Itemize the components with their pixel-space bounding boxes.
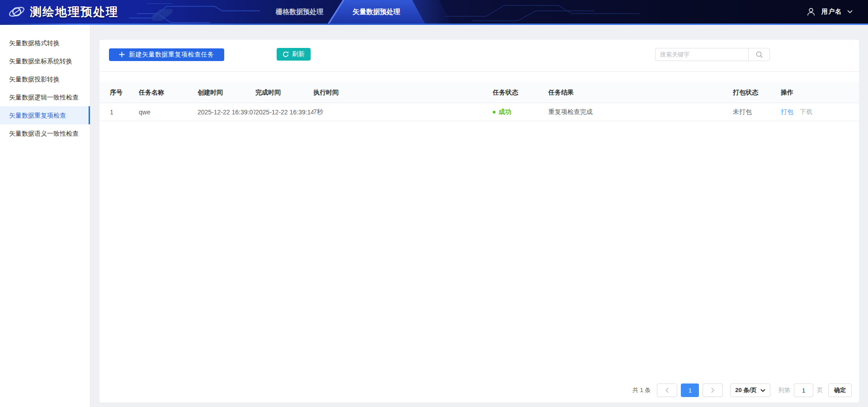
cell-task-status: 成功 <box>493 108 548 116</box>
sidebar-item-logic-consistency-check[interactable]: 矢量数据逻辑一致性检查 <box>0 88 90 106</box>
success-dot-icon <box>493 111 495 114</box>
cell-exec-time: 7秒 <box>313 108 493 116</box>
user-icon <box>806 7 816 17</box>
caret-down-icon <box>760 389 765 392</box>
confirm-button[interactable]: 确定 <box>828 383 852 397</box>
sidebar: 矢量数据格式转换 矢量数据坐标系统转换 矢量数据投影转换 矢量数据逻辑一致性检查… <box>0 25 90 407</box>
circuit-decoration-right <box>445 0 640 24</box>
page-size-label: 20 条/页 <box>735 386 757 394</box>
tab-vector-preprocess[interactable]: 矢量数据预处理 <box>328 0 425 24</box>
content-card: 新建矢量数据重复项检查任务 刷新 <box>99 40 859 402</box>
user-menu[interactable]: 用户名 <box>806 0 853 24</box>
user-name: 用户名 <box>821 8 842 16</box>
search-input[interactable] <box>655 48 748 61</box>
table-row: 1 qwe 2025-12-22 16:39:07 2025-12-22 16:… <box>99 103 859 121</box>
active-tab-label: 矢量数据预处理 <box>353 8 400 15</box>
cell-task-result: 重复项检查完成 <box>548 108 733 116</box>
col-actions: 操作 <box>781 89 859 97</box>
cell-actions: 打包 下载 <box>781 108 859 116</box>
search-icon <box>755 51 763 58</box>
col-index: 序号 <box>110 89 139 97</box>
download-link[interactable]: 下载 <box>800 108 812 115</box>
main-area: 新建矢量数据重复项检查任务 刷新 <box>90 25 868 407</box>
search-button[interactable] <box>748 48 770 61</box>
pagination: 共 1 条 1 20 条/页 <box>632 383 852 397</box>
task-table: 序号 任务名称 创建时间 完成时间 执行时间 任务状态 任务结果 打包状态 操作… <box>99 82 859 121</box>
sidebar-item-duplicate-check[interactable]: 矢量数据重复项检查 <box>0 106 90 124</box>
goto-page-input[interactable] <box>794 383 813 397</box>
app-header: 测绘地理预处理 栅格数据预处理 矢量数据预处理 用户名 <box>0 0 868 24</box>
col-created-time: 创建时间 <box>198 89 255 97</box>
prev-page-button[interactable] <box>657 383 677 397</box>
col-exec-time: 执行时间 <box>313 89 493 97</box>
sidebar-item-coordsys-convert[interactable]: 矢量数据坐标系统转换 <box>0 52 90 70</box>
col-finished-time: 完成时间 <box>255 89 313 97</box>
cell-package-status: 未打包 <box>733 108 781 116</box>
next-page-button[interactable] <box>703 383 723 397</box>
sidebar-item-format-convert[interactable]: 矢量数据格式转换 <box>0 34 90 52</box>
refresh-label: 刷新 <box>292 50 305 58</box>
status-badge: 成功 <box>499 108 511 116</box>
chevron-right-icon <box>711 388 715 393</box>
chevron-down-icon <box>847 10 853 14</box>
goto-prefix-label: 到第 <box>778 386 790 394</box>
refresh-icon <box>283 51 289 57</box>
total-count: 共 1 条 <box>632 386 651 394</box>
col-task-status: 任务状态 <box>493 89 548 97</box>
col-task-result: 任务结果 <box>548 89 733 97</box>
col-package-status: 打包状态 <box>733 89 781 97</box>
cell-created-time: 2025-12-22 16:39:07 <box>198 109 255 116</box>
search-group <box>655 48 770 61</box>
app-title: 测绘地理预处理 <box>30 4 118 20</box>
plus-icon <box>119 52 125 57</box>
toolbar: 新建矢量数据重复项检查任务 刷新 <box>99 40 859 71</box>
circuit-decoration-left <box>129 0 260 24</box>
current-page-button[interactable]: 1 <box>681 383 699 397</box>
col-task-name: 任务名称 <box>139 89 198 97</box>
page-size-select[interactable]: 20 条/页 <box>730 383 770 397</box>
cell-index: 1 <box>110 109 139 116</box>
package-link[interactable]: 打包 <box>781 108 793 115</box>
new-task-button[interactable]: 新建矢量数据重复项检查任务 <box>109 48 224 61</box>
cell-finished-time: 2025-12-22 16:39:14 <box>255 109 313 116</box>
goto-suffix-label: 页 <box>817 386 823 394</box>
cell-task-name: qwe <box>139 109 198 116</box>
tab-raster-preprocess[interactable]: 栅格数据预处理 <box>267 0 332 24</box>
module-tabs: 栅格数据预处理 矢量数据预处理 <box>267 0 425 24</box>
sidebar-item-projection-convert[interactable]: 矢量数据投影转换 <box>0 70 90 88</box>
sidebar-item-semantic-consistency-check[interactable]: 矢量数据语义一致性检查 <box>0 124 90 142</box>
chevron-left-icon <box>665 388 669 393</box>
refresh-button[interactable]: 刷新 <box>277 48 311 61</box>
new-task-label: 新建矢量数据重复项检查任务 <box>129 51 214 59</box>
table-header-row: 序号 任务名称 创建时间 完成时间 执行时间 任务状态 任务结果 打包状态 操作 <box>99 82 859 103</box>
toolbar-divider <box>99 71 859 72</box>
app-logo-icon <box>8 3 25 20</box>
